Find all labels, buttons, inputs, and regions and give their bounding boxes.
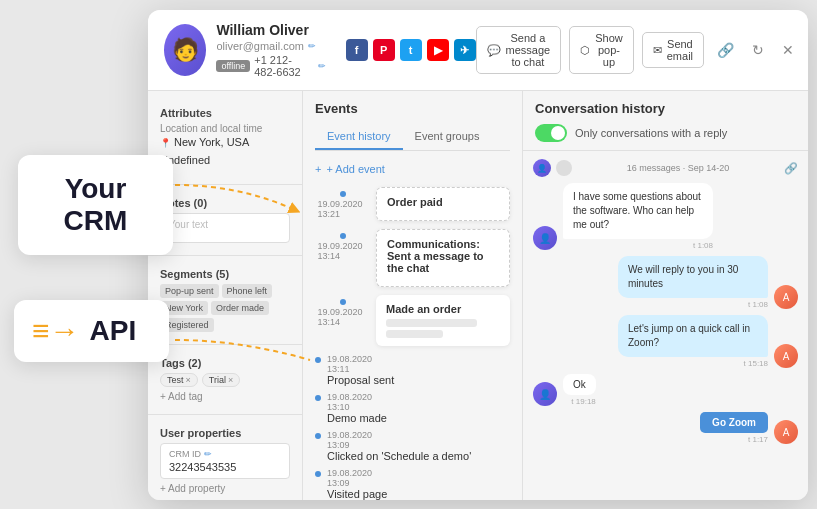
show-popup-btn[interactable]: ⬡ Show pop-up [569,26,634,74]
event-dot [340,191,346,197]
user-email: oliver@gmail.com ✏ [216,40,325,52]
section-tags: Tags (2) Test × Trial × + Add tag [148,351,302,408]
tags-title: Tags (2) [160,357,290,369]
add-tag-btn[interactable]: + Add tag [160,391,290,402]
tags-list: Test × Trial × [160,373,290,387]
location-label: Location and local time [160,123,290,134]
agent-chat-avatar: A [774,420,798,444]
chat-message-row: Let's jump on a quick call in Zoom? t 15… [533,315,798,368]
event-simple: 19.08.2020 13:09 Clicked on 'Schedule a … [315,430,510,462]
section-segments: Segments (5) Pop-up sent Phone left New … [148,262,302,338]
events-title: Events [315,101,510,116]
chat-message-row: Go Zoom t 1:17 A [533,412,798,444]
event-dot [340,299,346,305]
event-time: 19.09.202013:21 [318,199,368,219]
window-body: Attributes Location and local time 📍 New… [148,91,808,500]
user-properties-title: User properties [160,427,290,439]
chat-icon: 💬 [487,44,501,57]
close-icon-btn[interactable]: ✕ [777,40,799,60]
link-icon-btn[interactable]: 🔗 [712,40,739,60]
history-header: Conversation history Only conversations … [523,91,808,151]
sidebar-attributes: Attributes Location and local time 📍 New… [148,91,303,500]
user-avatar: 🧑 [164,24,206,76]
section-user-properties: User properties CRM ID ✏ 32243543535 + A… [148,421,302,500]
send-email-btn[interactable]: ✉ Send email [642,32,704,68]
user-chat-avatar: 👤 [533,382,557,406]
thread-meta: 16 messages · Sep 14-20 [627,163,730,173]
event-item: 19.09.202013:21 Order paid [315,187,510,221]
plus-icon: + [315,163,321,175]
event-title: Made an order [386,303,500,315]
event-simple: 19.08.2020 13:09 Visited page [315,468,510,500]
social-facebook[interactable]: f [346,39,368,61]
offline-badge: offline [216,60,250,72]
social-pinterest[interactable]: P [373,39,395,61]
header-actions: 💬 Send a message to chat ⬡ Show pop-up ✉… [476,26,799,74]
crm-id-label: CRM ID ✏ [169,449,281,459]
event-time: 19.08.2020 13:09 [327,430,377,450]
conv-thread: 👤 16 messages · Sep 14-20 🔗 👤 I h [533,159,798,444]
event-text: Clicked on 'Schedule a demo' [327,450,471,462]
attributes-title: Attributes [160,107,290,119]
chat-bubble: Ok [563,374,596,395]
add-event-btn[interactable]: + + Add event [315,159,510,179]
tag-test: Test × [160,373,198,387]
edit-phone-icon[interactable]: ✏ [318,61,326,71]
event-dot [315,395,321,401]
refresh-icon-btn[interactable]: ↻ [747,40,769,60]
message-time: t 19:18 [563,397,596,406]
header-left: 🧑 William Oliver oliver@gmail.com ✏ offl… [164,22,476,78]
window-header: 🧑 William Oliver oliver@gmail.com ✏ offl… [148,10,808,91]
thread-link[interactable]: 🔗 [784,162,798,175]
chat-message-row: 👤 I have some questions about the softwa… [533,183,798,250]
social-twitter[interactable]: t [400,39,422,61]
edit-crm-id-icon[interactable]: ✏ [204,449,212,459]
event-time: 19.08.2020 13:10 [327,392,377,412]
user-info: William Oliver oliver@gmail.com ✏ offlin… [216,22,325,78]
segments-title: Segments (5) [160,268,290,280]
social-telegram[interactable]: ✈ [454,39,476,61]
user-phone: offline +1 212-482-6632 ✏ [216,54,325,78]
social-youtube[interactable]: ▶ [427,39,449,61]
chat-message-row: 👤 Ok t 19:18 [533,374,798,406]
thread-avatar: 👤 [533,159,551,177]
event-dot [315,433,321,439]
api-label-box: ≡→ API [14,300,169,362]
add-property-btn[interactable]: + Add property [160,483,290,494]
thread-icon [556,160,572,176]
message-time: t 15:18 [618,359,768,368]
crm-id-box: CRM ID ✏ 32243543535 [160,443,290,479]
event-text: Demo made [327,412,387,424]
event-simple: 19.08.2020 13:11 Proposal sent [315,354,510,386]
go-zoom-btn[interactable]: Go Zoom [700,412,768,433]
undefined-value: Undefined [160,154,290,166]
event-dot [340,233,346,239]
crm-id-value: 32243543535 [169,461,281,473]
segment-tag: Phone left [222,284,273,298]
events-header: Events Event history Event groups [303,91,522,151]
edit-email-icon[interactable]: ✏ [308,41,316,51]
api-icon: ≡→ [32,314,80,348]
tab-event-history[interactable]: Event history [315,124,403,150]
events-body: + + Add event 19.09.202013:21 Order paid [303,151,522,500]
crm-window: 🧑 William Oliver oliver@gmail.com ✏ offl… [148,10,808,500]
event-time: 19.08.2020 13:09 [327,468,377,488]
event-item: 19.09.202013:14 Communications: Sent a m… [315,229,510,287]
toggle-row: Only conversations with a reply [535,124,796,142]
event-card-order-paid: Order paid [376,187,510,221]
tab-event-groups[interactable]: Event groups [403,124,492,150]
thread-info: 👤 [533,159,572,177]
event-placeholder [386,330,443,338]
email-icon: ✉ [653,44,662,57]
event-text: Visited page [327,488,387,500]
notes-input[interactable]: Your text [160,213,290,243]
segment-tag: Order made [211,301,269,315]
event-title: Communications: Sent a message to the ch… [387,238,499,274]
send-message-btn[interactable]: 💬 Send a message to chat [476,26,562,74]
chat-bubble: We will reply to you in 30 minutes [618,256,768,298]
event-dot [315,471,321,477]
reply-toggle[interactable] [535,124,567,142]
segment-tags-list: Pop-up sent Phone left New York Order ma… [160,284,290,332]
event-title: Order paid [387,196,499,208]
message-time: t 1:08 [618,300,768,309]
